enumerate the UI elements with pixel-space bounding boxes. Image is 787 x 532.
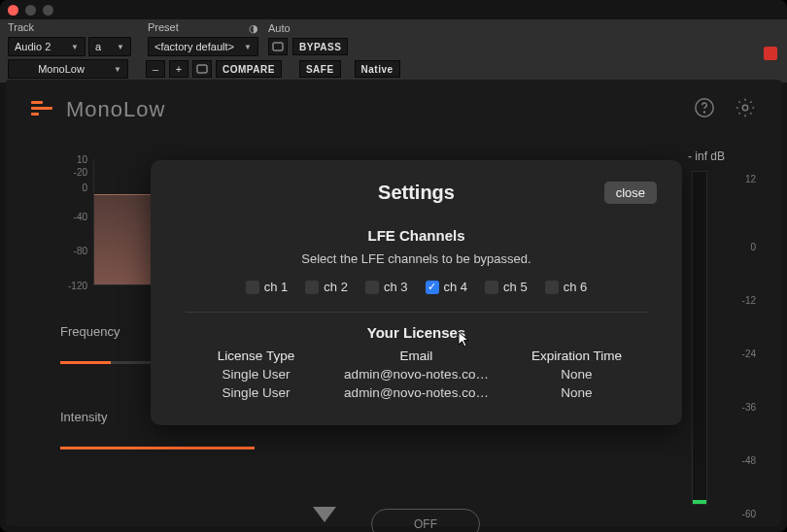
license-row: Single Useradmin@novo-notes.co…None [176, 385, 657, 400]
traffic-light-zoom[interactable] [43, 5, 53, 16]
plus-button[interactable]: + [169, 60, 188, 78]
plugin-logo-icon [31, 101, 52, 118]
license-table-header: License Type Email Expiration Time [176, 349, 657, 363]
svg-point-3 [703, 112, 704, 113]
settings-modal: Settings close LFE Channels Select the L… [151, 160, 682, 425]
preset-menu-icon[interactable]: ◑ [249, 22, 258, 35]
graph-ytick: 10 [60, 154, 87, 165]
license-col-email: Email [336, 349, 496, 363]
plugin-name-dropdown[interactable]: MonoLow▼ [8, 59, 128, 79]
lfe-channel-label: ch 3 [384, 280, 408, 294]
lfe-channel-3[interactable]: ch 3 [365, 280, 408, 294]
track-dropdown[interactable]: Audio 2▼ [8, 37, 86, 56]
checkbox[interactable] [246, 281, 259, 294]
meter-tick: 0 [727, 242, 756, 252]
off-toggle-label: OFF [414, 517, 437, 531]
lfe-channel-label: ch 5 [503, 280, 528, 294]
license-cell-type: Single User [176, 367, 336, 382]
lfe-channel-2[interactable]: ch 2 [305, 280, 348, 294]
app-window: Track Audio 2▼ a▼ Preset◑ <factory defau… [0, 0, 787, 532]
chevron-down-icon: ▼ [114, 65, 121, 74]
intensity-label: Intensity [60, 410, 107, 424]
gear-icon[interactable] [735, 97, 756, 122]
intensity-slider[interactable] [60, 447, 255, 449]
section-divider [186, 312, 647, 313]
lfe-section-description: Select the LFE channels to be bypassed. [176, 251, 657, 266]
track-label: Track [8, 21, 138, 35]
checkbox[interactable] [365, 281, 379, 294]
lfe-channel-1[interactable]: ch 1 [246, 280, 289, 294]
lfe-channel-label: ch 4 [444, 280, 468, 294]
track-suffix-value: a [95, 41, 101, 52]
license-cell-email: admin@novo-notes.co… [336, 385, 496, 400]
off-toggle-button[interactable]: OFF [371, 509, 480, 532]
svg-rect-1 [197, 65, 207, 73]
traffic-light-minimize[interactable] [25, 5, 36, 16]
meter-tick: -36 [727, 402, 756, 413]
chevron-down-icon: ▼ [117, 43, 124, 51]
meter-tick: -12 [727, 295, 756, 306]
svg-point-4 [742, 105, 748, 111]
graph-ytick: -20 [60, 167, 87, 178]
native-button[interactable]: Native [355, 60, 400, 78]
safe-button[interactable]: SAFE [299, 60, 341, 78]
lfe-channel-label: ch 2 [324, 280, 348, 294]
plugin-brand-name: MonoLow [66, 97, 165, 122]
compare-snapshot-button[interactable] [192, 60, 212, 78]
meter-readout: - inf dB [688, 150, 725, 163]
license-cell-email: admin@novo-notes.co… [336, 367, 496, 382]
graph-ytick: -80 [60, 245, 87, 255]
graph-ytick: 0 [60, 182, 87, 192]
close-button[interactable]: close [604, 182, 657, 204]
lfe-channel-label: ch 6 [564, 280, 588, 294]
license-cell-exp: None [496, 385, 657, 400]
license-row: Single Useradmin@novo-notes.co…None [176, 367, 657, 382]
license-col-expiration: Expiration Time [496, 349, 657, 363]
lfe-channel-6[interactable]: ch 6 [545, 280, 588, 294]
bypass-button[interactable]: BYPASS [292, 38, 348, 55]
plugin-name-value: MonoLow [38, 63, 85, 75]
graph-ytick: -40 [60, 211, 87, 221]
frequency-label: Frequency [60, 324, 120, 339]
help-icon[interactable] [694, 97, 715, 122]
license-cell-type: Single User [176, 385, 336, 400]
host-toolbar: Track Audio 2▼ a▼ Preset◑ <factory defau… [0, 19, 787, 83]
meter-tick: -48 [727, 455, 756, 466]
track-dropdown-value: Audio 2 [15, 41, 51, 52]
lfe-section-title: LFE Channels [176, 227, 657, 244]
dropdown-indicator-icon[interactable] [313, 507, 336, 522]
svg-rect-0 [273, 43, 283, 50]
meter-tick: 12 [727, 174, 756, 184]
lfe-channel-label: ch 1 [264, 280, 289, 294]
license-col-type: License Type [176, 349, 336, 363]
license-cell-exp: None [496, 367, 657, 382]
auto-square-button[interactable] [268, 38, 288, 55]
output-meter: - inf dB 12 0 -12 -24 -36 -48 -60 [688, 150, 756, 505]
window-titlebar [0, 0, 787, 19]
lfe-channel-5[interactable]: ch 5 [485, 280, 528, 294]
checkbox[interactable] [426, 281, 439, 294]
track-suffix-dropdown[interactable]: a▼ [88, 37, 131, 56]
checkbox[interactable] [545, 281, 559, 294]
traffic-light-close[interactable] [8, 5, 18, 16]
graph-ytick: -120 [60, 281, 87, 291]
checkbox[interactable] [305, 281, 319, 294]
preset-value: <factory default> [154, 41, 234, 52]
record-indicator[interactable] [764, 47, 777, 60]
checkbox[interactable] [485, 281, 498, 294]
modal-title: Settings [378, 182, 455, 204]
meter-tick: -24 [727, 349, 756, 359]
chevron-down-icon: ▼ [244, 43, 252, 51]
meter-tick: -60 [727, 509, 756, 519]
preset-label: Preset [148, 21, 179, 35]
auto-label: Auto [268, 22, 348, 36]
compare-button[interactable]: COMPARE [216, 60, 282, 78]
chevron-down-icon: ▼ [71, 43, 79, 51]
minus-button[interactable]: – [146, 60, 165, 78]
licenses-section-title: Your Licenses [176, 324, 657, 341]
preset-dropdown[interactable]: <factory default>▼ [148, 37, 258, 56]
lfe-channel-4[interactable]: ch 4 [426, 280, 468, 294]
